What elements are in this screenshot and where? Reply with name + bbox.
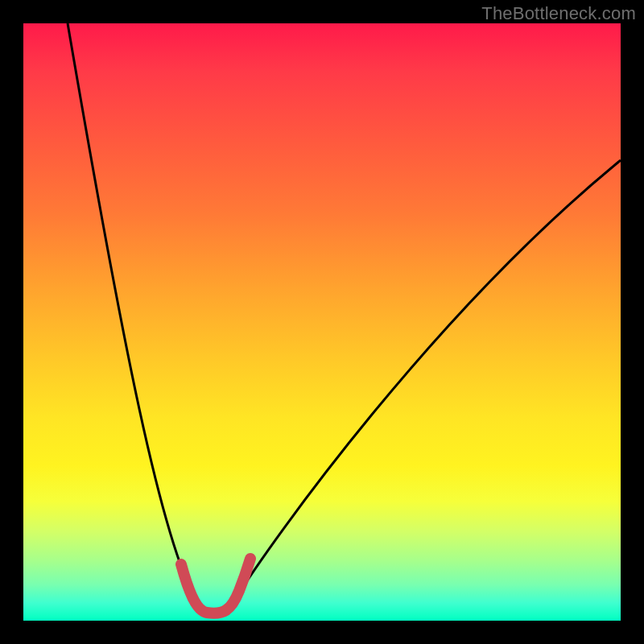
bottleneck-curve <box>68 23 621 612</box>
optimal-zone-highlight <box>181 559 250 613</box>
watermark-text: TheBottleneck.com <box>481 3 636 24</box>
curve-overlay <box>23 23 621 621</box>
